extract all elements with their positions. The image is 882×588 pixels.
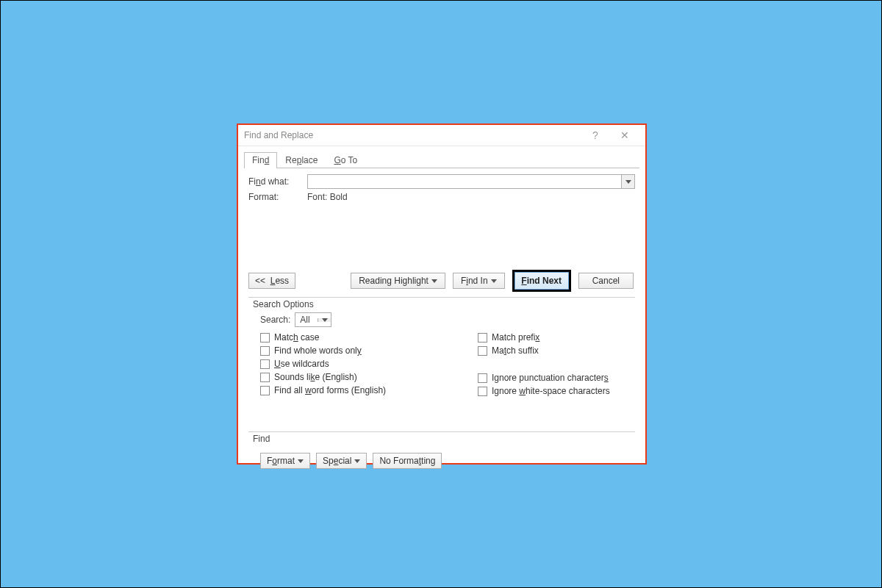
word-forms-checkbox[interactable]: Find all word forms (English) xyxy=(260,384,478,396)
close-button[interactable]: ✕ xyxy=(610,125,639,146)
wildcards-checkbox[interactable]: Use wildcards xyxy=(260,358,478,370)
checkbox-label: Ignore punctuation characters xyxy=(492,373,609,383)
find-fieldset: Find Format Special No Formatting xyxy=(248,432,635,473)
checkbox-label: Find all word forms (English) xyxy=(274,385,386,395)
titlebar: Find and Replace ? ✕ xyxy=(238,125,645,146)
find-what-row: Find what: xyxy=(248,174,635,189)
button-label: Find In xyxy=(461,276,488,286)
checkbox-icon xyxy=(260,333,270,343)
format-label: Format: xyxy=(248,192,307,202)
chevron-down-icon xyxy=(354,459,360,463)
checkbox-label: Find whole words only xyxy=(274,345,362,356)
find-what-combo[interactable] xyxy=(307,174,635,189)
whole-words-checkbox[interactable]: Find whole words only xyxy=(260,345,478,356)
checkbox-icon xyxy=(478,333,487,343)
chevron-down-icon xyxy=(322,318,328,322)
tab-replace[interactable]: Replace xyxy=(277,152,326,168)
checkbox-icon xyxy=(478,346,487,356)
find-what-dropdown[interactable] xyxy=(621,175,634,188)
chevron-down-icon xyxy=(431,279,437,283)
search-options-legend: Search Options xyxy=(251,299,315,309)
spacer xyxy=(478,358,632,370)
find-section-buttons: Format Special No Formatting xyxy=(260,453,632,469)
options-right-column: Match prefix Match suffix Ignore punctua… xyxy=(478,331,632,397)
checkbox-icon xyxy=(260,386,270,395)
button-label: << Less xyxy=(255,276,289,286)
checkbox-icon xyxy=(260,346,270,356)
search-options-fieldset: Search Options Search: All Match case Fi… xyxy=(248,298,635,401)
button-label: Cancel xyxy=(592,276,620,286)
tab-strip: Find Replace Go To xyxy=(238,146,645,168)
ignore-punct-checkbox[interactable]: Ignore punctuation characters xyxy=(478,372,632,384)
tab-label: Find xyxy=(252,155,269,165)
find-what-input[interactable] xyxy=(308,175,621,188)
chevron-down-icon xyxy=(491,279,497,283)
search-direction-row: Search: All xyxy=(260,312,632,327)
special-button[interactable]: Special xyxy=(316,453,367,469)
checkbox-label: Match case xyxy=(274,332,319,343)
match-suffix-checkbox[interactable]: Match suffix xyxy=(478,345,632,356)
find-replace-dialog: Find and Replace ? ✕ Find Replace Go To … xyxy=(237,123,647,465)
options-left-column: Match case Find whole words only Use wil… xyxy=(260,331,478,397)
less-button[interactable]: << Less xyxy=(248,273,295,289)
find-legend: Find xyxy=(251,434,271,444)
tab-find[interactable]: Find xyxy=(244,152,277,168)
checkbox-label: Sounds like (English) xyxy=(274,372,357,382)
button-label: Find Next xyxy=(521,276,562,286)
format-value: Font: Bold xyxy=(307,192,348,202)
ignore-whitespace-checkbox[interactable]: Ignore white-space characters xyxy=(478,385,632,397)
main-button-row: << Less Reading Highlight Find In Find N… xyxy=(248,270,635,292)
chevron-down-icon xyxy=(298,459,304,463)
search-direction-dropdown[interactable] xyxy=(318,318,331,322)
search-direction-value: All xyxy=(295,315,318,325)
no-formatting-button[interactable]: No Formatting xyxy=(373,453,442,469)
checkbox-icon xyxy=(478,387,487,396)
button-label: Reading Highlight xyxy=(359,276,429,286)
chevron-down-icon xyxy=(625,180,631,184)
match-prefix-checkbox[interactable]: Match prefix xyxy=(478,331,632,343)
format-button[interactable]: Format xyxy=(260,453,310,469)
format-row: Format: Font: Bold xyxy=(248,192,635,202)
dialog-title: Find and Replace xyxy=(244,130,581,140)
sounds-like-checkbox[interactable]: Sounds like (English) xyxy=(260,371,478,383)
checkbox-label: Match suffix xyxy=(492,345,539,356)
checkbox-label: Ignore white-space characters xyxy=(492,386,610,396)
stage: Find and Replace ? ✕ Find Replace Go To … xyxy=(0,0,882,588)
checkbox-icon xyxy=(478,373,487,383)
checkbox-icon xyxy=(260,359,270,369)
dialog-content: Find what: Format: Font: Bold << Less Re… xyxy=(238,168,645,482)
checkbox-icon xyxy=(260,373,270,382)
options-columns: Match case Find whole words only Use wil… xyxy=(260,331,632,397)
find-next-button[interactable]: Find Next xyxy=(512,270,571,292)
close-icon: ✕ xyxy=(620,129,629,141)
search-direction-select[interactable]: All xyxy=(295,312,331,327)
find-what-label: Find what: xyxy=(248,176,307,187)
checkbox-label: Match prefix xyxy=(492,332,539,343)
tab-label: Replace xyxy=(285,155,318,165)
button-label: Special xyxy=(323,456,351,466)
button-label: No Formatting xyxy=(379,456,435,466)
search-label: Search: xyxy=(260,315,290,325)
cancel-button[interactable]: Cancel xyxy=(578,273,634,289)
help-button[interactable]: ? xyxy=(581,125,610,146)
find-in-button[interactable]: Find In xyxy=(453,273,505,289)
checkbox-label: Use wildcards xyxy=(274,359,329,369)
button-label: Format xyxy=(267,456,295,466)
tab-label: Go To xyxy=(334,155,357,165)
tab-goto[interactable]: Go To xyxy=(326,152,365,168)
match-case-checkbox[interactable]: Match case xyxy=(260,331,478,343)
reading-highlight-button[interactable]: Reading Highlight xyxy=(351,273,445,289)
help-icon: ? xyxy=(592,129,598,141)
